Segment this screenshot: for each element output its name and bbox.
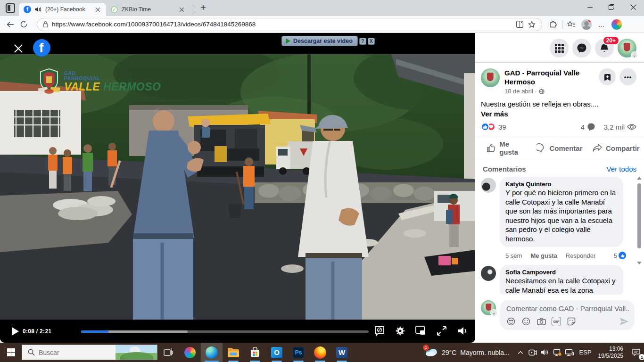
like-button[interactable]: Me gusta xyxy=(475,136,531,160)
search-highlight-image[interactable] xyxy=(116,345,157,360)
globe-icon xyxy=(539,89,545,94)
comment-like-count[interactable]: 5 xyxy=(614,252,626,259)
commenter-name[interactable]: Sofia Campoverd xyxy=(505,269,618,276)
settings-more-icon[interactable]: … xyxy=(595,18,608,31)
comment-reply-link[interactable]: Responder xyxy=(566,252,596,259)
download-close-button[interactable]: X xyxy=(368,38,375,45)
close-button[interactable] xyxy=(622,0,644,14)
post-more-button[interactable]: ••• xyxy=(619,68,636,85)
tray-chevron-button[interactable] xyxy=(514,343,527,362)
url-bar[interactable]: https://www.facebook.com/100093700164713… xyxy=(37,18,542,31)
volume-icon[interactable] xyxy=(455,323,470,338)
camera-icon[interactable] xyxy=(537,317,546,326)
apps-menu-button[interactable] xyxy=(550,39,569,58)
save-video-button[interactable] xyxy=(599,68,616,85)
avatar-sticker-icon[interactable] xyxy=(506,317,516,326)
restore-button[interactable] xyxy=(601,0,622,14)
comment-button[interactable]: Comentar xyxy=(531,136,587,160)
scroll-up-arrow[interactable] xyxy=(637,177,642,180)
network-button[interactable] xyxy=(563,343,576,362)
weather-widget[interactable]: 1 29°C Mayorm. nubla... xyxy=(420,343,514,362)
minimize-button[interactable] xyxy=(579,0,601,14)
profile-avatar[interactable] xyxy=(580,18,593,31)
pending-update-button[interactable] xyxy=(551,343,563,362)
tab-close-icon[interactable] xyxy=(94,6,101,13)
tab-facebook[interactable]: f (20+) Facebook xyxy=(19,3,106,16)
gif-icon[interactable]: GIF xyxy=(552,317,561,326)
comments-toggle-icon[interactable] xyxy=(372,323,387,338)
facebook-logo[interactable]: f xyxy=(33,39,50,57)
tab-audio-icon[interactable] xyxy=(35,7,41,12)
start-button[interactable] xyxy=(0,343,22,362)
comment-like-link[interactable]: Me gusta xyxy=(530,252,557,259)
post-author-avatar[interactable] xyxy=(481,68,500,87)
see-all-comments-link[interactable]: Ver todos xyxy=(607,165,636,173)
commenter-avatar[interactable] xyxy=(481,178,496,193)
taskbar-explorer-button[interactable] xyxy=(223,343,244,362)
account-chevron-icon: ⌄ xyxy=(631,51,638,58)
tab-actions-menu-icon[interactable] xyxy=(6,3,15,13)
taskbar-edge-button[interactable] xyxy=(201,343,223,362)
taskbar-clock[interactable]: 13:06 19/5/2025 xyxy=(595,346,628,360)
task-view-icon xyxy=(164,348,173,357)
post-author-name[interactable]: GAD - Parroquial Valle Hermoso xyxy=(504,68,599,86)
taskbar-firefox-button[interactable] xyxy=(309,343,331,362)
progress-bar[interactable] xyxy=(81,330,369,333)
messenger-button[interactable] xyxy=(572,39,591,58)
taskbar-photoshop-button[interactable]: Ps xyxy=(288,343,309,362)
copilot-icon[interactable] xyxy=(611,18,623,31)
favorite-star-icon[interactable] xyxy=(526,18,538,31)
toolbar-right: … xyxy=(547,18,623,31)
download-help-button[interactable]: ? xyxy=(359,38,366,45)
new-tab-button[interactable]: + xyxy=(197,1,209,14)
taskbar-search[interactable] xyxy=(22,345,157,360)
taskbar-store-button[interactable] xyxy=(244,343,266,362)
scroll-down-arrow[interactable] xyxy=(637,262,642,264)
search-input[interactable] xyxy=(39,349,109,356)
commenter-avatar[interactable] xyxy=(481,266,496,281)
emoji-icon[interactable] xyxy=(521,317,531,326)
download-video-button[interactable]: Descargar este video xyxy=(281,36,358,46)
comment-time[interactable]: 5 sem xyxy=(505,252,522,259)
url-text[interactable]: https://www.facebook.com/100093700164713… xyxy=(52,21,513,28)
tab-zkbio[interactable]: ✓ ZKBio Time xyxy=(106,3,190,16)
composer-avatar[interactable]: ⌄ xyxy=(481,300,496,315)
task-view-button[interactable] xyxy=(157,343,179,362)
refresh-button[interactable] xyxy=(17,18,30,31)
post-date[interactable]: 10 de abril · xyxy=(504,88,599,95)
taskbar-outlook-button[interactable]: O xyxy=(266,343,288,362)
tab-close-icon[interactable] xyxy=(178,6,185,13)
comment-input[interactable] xyxy=(506,304,629,313)
volume-tray-button[interactable] xyxy=(539,343,551,362)
collections-icon[interactable] xyxy=(565,18,578,31)
taskbar-copilot-button[interactable] xyxy=(179,343,201,362)
comment-bubble[interactable]: Katyta Quintero Y por qué no hicieron pr… xyxy=(500,177,623,247)
sticker-icon[interactable] xyxy=(567,317,576,326)
reactions-summary[interactable]: 39 xyxy=(481,123,506,131)
fullscreen-icon[interactable] xyxy=(435,323,449,338)
comments-scrollbar[interactable] xyxy=(636,177,642,264)
back-button[interactable] xyxy=(4,18,17,31)
picture-in-picture-icon[interactable] xyxy=(414,323,428,338)
see-more-link[interactable]: Ver más xyxy=(481,110,636,118)
share-button[interactable]: Compartir xyxy=(588,136,644,160)
account-avatar[interactable]: ⌄ xyxy=(618,39,636,58)
composer-box[interactable]: GIF xyxy=(500,300,635,330)
split-screen-icon[interactable] xyxy=(513,18,526,31)
commenter-name[interactable]: Katyta Quintero xyxy=(505,181,618,188)
extensions-icon[interactable] xyxy=(547,18,559,31)
post-text: Nuestra gestión se refleja en obras.... xyxy=(481,99,636,109)
taskbar-word-button[interactable]: W xyxy=(331,343,353,362)
language-indicator[interactable]: ESP xyxy=(576,349,595,356)
meet-now-button[interactable] xyxy=(527,343,539,362)
video-close-icon[interactable] xyxy=(14,44,23,53)
screen: f (20+) Facebook ✓ ZKBio Time + https://… xyxy=(0,0,644,362)
settings-gear-icon[interactable] xyxy=(393,323,407,338)
comments-count[interactable]: 4 xyxy=(580,123,584,131)
play-button[interactable] xyxy=(12,327,19,336)
scrollbar-thumb[interactable] xyxy=(637,183,641,248)
notifications-button[interactable]: 20+ xyxy=(595,39,614,58)
comment-bubble[interactable]: Sofia Campoverd Necesitamos en la calle … xyxy=(500,265,623,295)
send-comment-icon[interactable] xyxy=(619,317,629,326)
notification-center-button[interactable]: 1 xyxy=(628,343,644,362)
